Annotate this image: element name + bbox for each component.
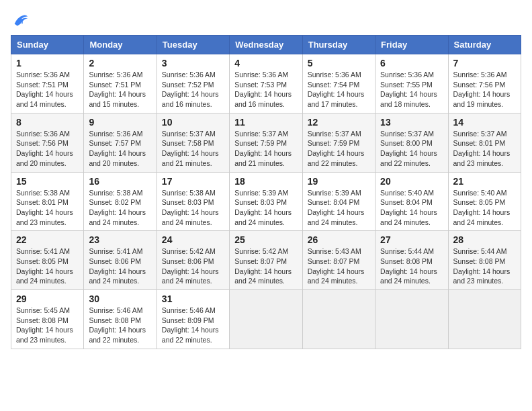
- daylight-text: Daylight: 14 hours and 20 minutes.: [89, 148, 151, 168]
- calendar-cell: 15 Sunrise: 5:38 AM Sunset: 8:01 PM Dayl…: [11, 172, 84, 231]
- day-info: Sunrise: 5:36 AM Sunset: 7:52 PM Dayligh…: [162, 70, 224, 109]
- daylight-text: Daylight: 14 hours and 22 minutes.: [162, 325, 224, 345]
- calendar-cell: 17 Sunrise: 5:38 AM Sunset: 8:03 PM Dayl…: [157, 172, 229, 231]
- sunrise-text: Sunrise: 5:37 AM: [162, 129, 224, 139]
- daylight-text: Daylight: 14 hours and 22 minutes.: [89, 325, 151, 345]
- daylight-text: Daylight: 14 hours and 24 minutes.: [16, 267, 79, 286]
- sunset-text: Sunset: 8:03 PM: [234, 197, 297, 208]
- sunset-text: Sunset: 8:08 PM: [89, 316, 151, 326]
- day-info: Sunrise: 5:44 AM Sunset: 8:08 PM Dayligh…: [380, 246, 443, 286]
- daylight-text: Daylight: 14 hours and 24 minutes.: [308, 267, 370, 286]
- day-number: 17: [162, 176, 224, 187]
- sunset-text: Sunset: 8:03 PM: [162, 197, 224, 208]
- sunset-text: Sunset: 7:59 PM: [234, 138, 297, 148]
- calendar-header-tuesday: Tuesday: [157, 36, 229, 54]
- sunrise-text: Sunrise: 5:36 AM: [16, 70, 79, 80]
- calendar-week-row: 29 Sunrise: 5:45 AM Sunset: 8:08 PM Dayl…: [11, 290, 521, 349]
- sunset-text: Sunset: 8:06 PM: [162, 257, 224, 267]
- calendar-cell: 21 Sunrise: 5:40 AM Sunset: 8:05 PM Dayl…: [448, 172, 521, 231]
- day-info: Sunrise: 5:37 AM Sunset: 7:59 PM Dayligh…: [234, 129, 297, 169]
- day-number: 24: [162, 234, 224, 245]
- daylight-text: Daylight: 14 hours and 21 minutes.: [234, 148, 297, 168]
- calendar-header-row: SundayMondayTuesdayWednesdayThursdayFrid…: [11, 36, 521, 54]
- daylight-text: Daylight: 14 hours and 20 minutes.: [16, 148, 79, 168]
- sunset-text: Sunset: 7:51 PM: [89, 80, 151, 90]
- calendar-cell: 11 Sunrise: 5:37 AM Sunset: 7:59 PM Dayl…: [230, 113, 302, 172]
- day-number: 29: [16, 293, 79, 304]
- daylight-text: Daylight: 14 hours and 22 minutes.: [380, 148, 443, 168]
- day-number: 13: [380, 117, 443, 128]
- calendar-cell: 12 Sunrise: 5:37 AM Sunset: 7:59 PM Dayl…: [302, 113, 375, 172]
- daylight-text: Daylight: 14 hours and 14 minutes.: [16, 89, 79, 109]
- day-number: 19: [308, 176, 370, 187]
- sunrise-text: Sunrise: 5:44 AM: [380, 246, 443, 257]
- day-info: Sunrise: 5:42 AM Sunset: 8:06 PM Dayligh…: [162, 246, 224, 286]
- sunrise-text: Sunrise: 5:43 AM: [308, 246, 370, 257]
- sunset-text: Sunset: 8:06 PM: [89, 257, 151, 267]
- sunrise-text: Sunrise: 5:40 AM: [453, 188, 516, 198]
- calendar-header-friday: Friday: [375, 36, 448, 54]
- sunset-text: Sunset: 8:08 PM: [380, 257, 443, 267]
- daylight-text: Daylight: 14 hours and 23 minutes.: [453, 267, 516, 286]
- day-number: 9: [89, 117, 151, 128]
- daylight-text: Daylight: 14 hours and 24 minutes.: [234, 208, 297, 227]
- logo-icon: [11, 11, 30, 30]
- day-number: 30: [89, 293, 151, 304]
- logo: [11, 11, 32, 30]
- sunrise-text: Sunrise: 5:41 AM: [89, 246, 151, 257]
- calendar-cell: 8 Sunrise: 5:36 AM Sunset: 7:56 PM Dayli…: [11, 113, 84, 172]
- day-number: 5: [308, 58, 370, 68]
- calendar-cell: 19 Sunrise: 5:39 AM Sunset: 8:04 PM Dayl…: [302, 172, 375, 231]
- sunset-text: Sunset: 8:08 PM: [16, 316, 79, 326]
- day-info: Sunrise: 5:37 AM Sunset: 7:58 PM Dayligh…: [162, 129, 224, 169]
- day-number: 27: [380, 234, 443, 245]
- sunrise-text: Sunrise: 5:40 AM: [380, 188, 443, 198]
- day-info: Sunrise: 5:38 AM Sunset: 8:02 PM Dayligh…: [89, 188, 151, 228]
- day-number: 31: [162, 293, 224, 304]
- daylight-text: Daylight: 14 hours and 24 minutes.: [89, 267, 151, 286]
- calendar-cell: 2 Sunrise: 5:36 AM Sunset: 7:51 PM Dayli…: [84, 54, 157, 113]
- calendar-cell: 28 Sunrise: 5:44 AM Sunset: 8:08 PM Dayl…: [448, 231, 521, 290]
- day-number: 2: [89, 58, 151, 68]
- sunrise-text: Sunrise: 5:37 AM: [453, 129, 516, 139]
- sunset-text: Sunset: 8:07 PM: [308, 257, 370, 267]
- calendar-cell: 18 Sunrise: 5:39 AM Sunset: 8:03 PM Dayl…: [230, 172, 302, 231]
- sunset-text: Sunset: 7:56 PM: [16, 138, 79, 148]
- calendar-cell: 27 Sunrise: 5:44 AM Sunset: 8:08 PM Dayl…: [375, 231, 448, 290]
- sunrise-text: Sunrise: 5:44 AM: [453, 246, 516, 257]
- daylight-text: Daylight: 14 hours and 17 minutes.: [308, 89, 370, 109]
- calendar-cell: [302, 290, 375, 349]
- daylight-text: Daylight: 14 hours and 15 minutes.: [89, 89, 151, 109]
- calendar-cell: 3 Sunrise: 5:36 AM Sunset: 7:52 PM Dayli…: [157, 54, 229, 113]
- day-info: Sunrise: 5:36 AM Sunset: 7:54 PM Dayligh…: [308, 70, 370, 109]
- calendar-cell: 30 Sunrise: 5:46 AM Sunset: 8:08 PM Dayl…: [84, 290, 157, 349]
- calendar-cell: 29 Sunrise: 5:45 AM Sunset: 8:08 PM Dayl…: [11, 290, 84, 349]
- sunset-text: Sunset: 8:04 PM: [380, 197, 443, 208]
- day-number: 8: [16, 117, 79, 128]
- daylight-text: Daylight: 14 hours and 24 minutes.: [380, 267, 443, 286]
- sunrise-text: Sunrise: 5:39 AM: [234, 188, 297, 198]
- sunrise-text: Sunrise: 5:36 AM: [453, 70, 516, 80]
- sunrise-text: Sunrise: 5:45 AM: [16, 306, 79, 316]
- calendar-body: 1 Sunrise: 5:36 AM Sunset: 7:51 PM Dayli…: [11, 54, 521, 349]
- calendar-cell: 1 Sunrise: 5:36 AM Sunset: 7:51 PM Dayli…: [11, 54, 84, 113]
- sunrise-text: Sunrise: 5:36 AM: [234, 70, 297, 80]
- day-number: 25: [234, 234, 297, 245]
- sunset-text: Sunset: 7:56 PM: [453, 80, 516, 90]
- calendar-cell: 26 Sunrise: 5:43 AM Sunset: 8:07 PM Dayl…: [302, 231, 375, 290]
- sunset-text: Sunset: 8:01 PM: [16, 197, 79, 208]
- day-info: Sunrise: 5:46 AM Sunset: 8:09 PM Dayligh…: [162, 306, 224, 345]
- day-number: 26: [308, 234, 370, 245]
- daylight-text: Daylight: 14 hours and 24 minutes.: [380, 208, 443, 227]
- day-number: 7: [453, 58, 516, 68]
- calendar-week-row: 22 Sunrise: 5:41 AM Sunset: 8:05 PM Dayl…: [11, 231, 521, 290]
- sunrise-text: Sunrise: 5:36 AM: [89, 129, 151, 139]
- daylight-text: Daylight: 14 hours and 24 minutes.: [162, 208, 224, 227]
- day-info: Sunrise: 5:38 AM Sunset: 8:03 PM Dayligh…: [162, 188, 224, 228]
- sunrise-text: Sunrise: 5:36 AM: [16, 129, 79, 139]
- calendar-cell: 22 Sunrise: 5:41 AM Sunset: 8:05 PM Dayl…: [11, 231, 84, 290]
- daylight-text: Daylight: 14 hours and 16 minutes.: [234, 89, 297, 109]
- day-number: 23: [89, 234, 151, 245]
- day-info: Sunrise: 5:36 AM Sunset: 7:53 PM Dayligh…: [234, 70, 297, 109]
- calendar-cell: 9 Sunrise: 5:36 AM Sunset: 7:57 PM Dayli…: [84, 113, 157, 172]
